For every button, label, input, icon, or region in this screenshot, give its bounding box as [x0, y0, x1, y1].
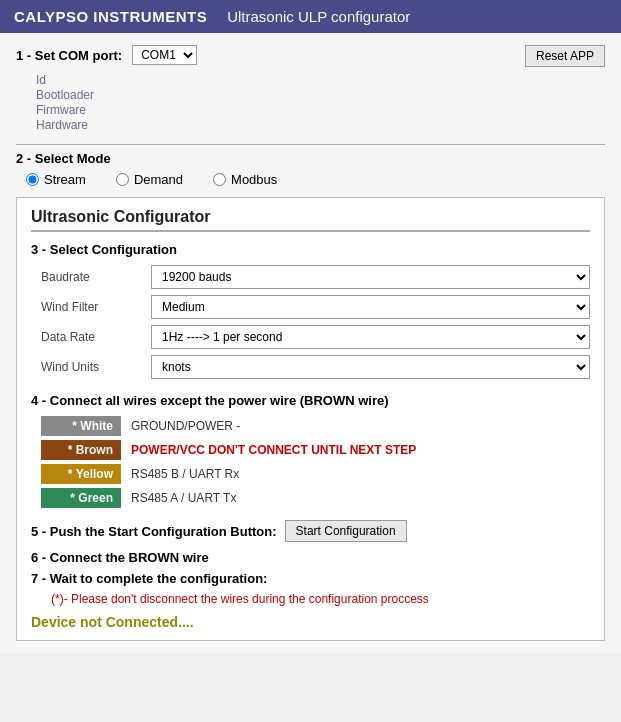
id-label: Id — [36, 73, 94, 87]
device-info-table: Id Bootloader Firmware Hardware — [36, 73, 197, 132]
config-section-label: 3 - Select Configuration — [31, 242, 590, 257]
mode-demand-option[interactable]: Demand — [116, 172, 183, 187]
configurator-panel-title: Ultrasonic Configurator — [31, 208, 590, 232]
wire-brown-box: * Brown — [41, 440, 121, 460]
wire-row-green: * Green RS485 A / UART Tx — [41, 488, 590, 508]
wire-yellow-description: RS485 B / UART Rx — [131, 467, 239, 481]
firmware-value — [106, 103, 197, 117]
bootloader-value — [106, 88, 197, 102]
wire-yellow-box: * Yellow — [41, 464, 121, 484]
mode-demand-radio[interactable] — [116, 173, 129, 186]
section-7-label: 7 - Wait to complete the configuration: — [31, 571, 590, 586]
id-value — [106, 73, 197, 87]
wire-green-description: RS485 A / UART Tx — [131, 491, 236, 505]
wire-row-brown: * Brown POWER/VCC DON'T CONNECT UNTIL NE… — [41, 440, 590, 460]
wind-filter-label: Wind Filter — [41, 300, 141, 314]
config-grid: Baudrate 9600 bauds 19200 bauds 38400 ba… — [41, 265, 590, 379]
com-port-select[interactable]: COM1 COM2 COM3 COM4 — [132, 45, 197, 65]
section-7-note: (*)- Please don't disconnect the wires d… — [51, 592, 590, 606]
device-status: Device not Connected.... — [31, 614, 590, 630]
wire-green-asterisk: * Green — [70, 491, 113, 505]
wind-filter-select[interactable]: None Low Medium High — [151, 295, 590, 319]
mode-modbus-option[interactable]: Modbus — [213, 172, 277, 187]
wire-brown-asterisk: * Brown — [68, 443, 113, 457]
data-rate-label: Data Rate — [41, 330, 141, 344]
baudrate-select[interactable]: 9600 bauds 19200 bauds 38400 bauds 57600… — [151, 265, 590, 289]
wire-white-box: * White — [41, 416, 121, 436]
mode-section: 2 - Select Mode Stream Demand Modbus — [16, 151, 605, 187]
mode-stream-option[interactable]: Stream — [26, 172, 86, 187]
wire-row-white: * White GROUND/POWER - — [41, 416, 590, 436]
wire-row-yellow: * Yellow RS485 B / UART Rx — [41, 464, 590, 484]
wire-yellow-asterisk: * Yellow — [68, 467, 113, 481]
app-header: CALYPSO INSTRUMENTS Ultrasonic ULP confi… — [0, 0, 621, 33]
company-name: CALYPSO INSTRUMENTS — [14, 8, 207, 25]
wire-brown-description: POWER/VCC DON'T CONNECT UNTIL NEXT STEP — [131, 443, 416, 457]
mode-stream-label: Stream — [44, 172, 86, 187]
wire-white-description: GROUND/POWER - — [131, 419, 240, 433]
mode-modbus-radio[interactable] — [213, 173, 226, 186]
section-6: 6 - Connect the BROWN wire — [31, 550, 590, 565]
hardware-label: Hardware — [36, 118, 94, 132]
firmware-label: Firmware — [36, 103, 94, 117]
section-5: 5 - Push the Start Configuration Button:… — [31, 520, 590, 542]
wire-white-asterisk: * White — [72, 419, 113, 433]
data-rate-select[interactable]: 1Hz ----> 1 per second 2Hz ----> 2 per s… — [151, 325, 590, 349]
start-configuration-button[interactable]: Start Configuration — [285, 520, 407, 542]
wires-table: * White GROUND/POWER - * Brown POWER/VCC… — [41, 416, 590, 508]
hardware-value — [106, 118, 197, 132]
configurator-panel: Ultrasonic Configurator 3 - Select Confi… — [16, 197, 605, 641]
wires-section-label: 4 - Connect all wires except the power w… — [31, 393, 590, 408]
com-port-left: 1 - Set COM port: COM1 COM2 COM3 COM4 Id… — [16, 45, 197, 138]
mode-section-label: 2 - Select Mode — [16, 151, 605, 166]
section-5-label: 5 - Push the Start Configuration Button: — [31, 524, 277, 539]
mode-stream-radio[interactable] — [26, 173, 39, 186]
reset-area: Reset APP — [525, 45, 605, 67]
com-port-section: 1 - Set COM port: COM1 COM2 COM3 COM4 Id… — [16, 45, 605, 138]
com-port-label: 1 - Set COM port: — [16, 48, 122, 63]
com-port-row: 1 - Set COM port: COM1 COM2 COM3 COM4 — [16, 45, 197, 65]
mode-demand-label: Demand — [134, 172, 183, 187]
wind-units-select[interactable]: knots m/s km/h mph — [151, 355, 590, 379]
mode-options-group: Stream Demand Modbus — [26, 172, 605, 187]
divider-1 — [16, 144, 605, 145]
main-content: 1 - Set COM port: COM1 COM2 COM3 COM4 Id… — [0, 33, 621, 653]
bootloader-label: Bootloader — [36, 88, 94, 102]
wire-green-box: * Green — [41, 488, 121, 508]
baudrate-label: Baudrate — [41, 270, 141, 284]
app-title: Ultrasonic ULP configurator — [227, 8, 410, 25]
reset-app-button[interactable]: Reset APP — [525, 45, 605, 67]
mode-modbus-label: Modbus — [231, 172, 277, 187]
wind-units-label: Wind Units — [41, 360, 141, 374]
